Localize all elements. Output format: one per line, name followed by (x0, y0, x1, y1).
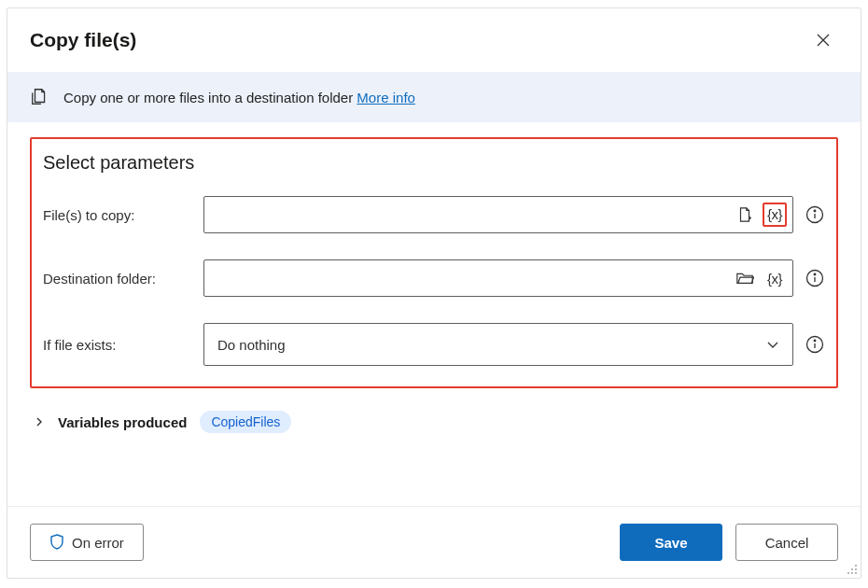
copy-files-icon (30, 87, 50, 107)
dialog-title: Copy file(s) (30, 29, 136, 51)
dialog-footer: On error Save Cancel (7, 506, 861, 578)
svg-point-7 (851, 572, 853, 574)
variables-produced-label: Variables produced (58, 414, 187, 430)
on-error-button[interactable]: On error (30, 524, 144, 561)
input-files-to-copy[interactable] (216, 207, 733, 223)
svg-point-6 (855, 572, 857, 574)
dialog-content: Select parameters File(s) to copy: {x} (7, 122, 861, 506)
save-button[interactable]: Save (620, 524, 722, 561)
field-files-to-copy[interactable]: {x} (203, 196, 793, 233)
cancel-button[interactable]: Cancel (735, 524, 838, 561)
folder-picker-icon (735, 270, 754, 287)
svg-point-3 (814, 273, 816, 275)
variables-produced-row[interactable]: Variables produced CopiedFiles (30, 405, 838, 433)
select-file-button[interactable] (733, 203, 757, 227)
info-icon (805, 205, 824, 224)
row-if-file-exists: If file exists: Do nothing (43, 323, 825, 366)
label-destination-folder: Destination folder: (43, 271, 203, 287)
select-parameters-section: Select parameters File(s) to copy: {x} (30, 137, 838, 388)
row-destination-folder: Destination folder: {x} (43, 259, 825, 297)
label-if-file-exists: If file exists: (43, 337, 203, 353)
label-files-to-copy: File(s) to copy: (43, 207, 203, 223)
info-icon (805, 335, 824, 354)
svg-point-9 (847, 572, 849, 574)
more-info-link[interactable]: More info (357, 90, 415, 105)
resize-grip-icon[interactable] (847, 564, 858, 575)
info-if-file-exists[interactable] (805, 334, 825, 355)
info-description: Copy one or more files into a destinatio… (63, 90, 353, 105)
shield-icon (49, 534, 64, 551)
row-files-to-copy: File(s) to copy: {x} (43, 196, 825, 233)
on-error-label: On error (72, 535, 124, 551)
svg-point-1 (814, 210, 816, 212)
close-icon (816, 33, 831, 48)
dialog-copy-files: Copy file(s) Copy one or more files into… (7, 7, 861, 579)
info-icon (805, 269, 824, 287)
info-bar: Copy one or more files into a destinatio… (7, 72, 861, 122)
svg-point-10 (851, 568, 853, 570)
info-text: Copy one or more files into a destinatio… (63, 90, 415, 105)
svg-point-5 (814, 340, 816, 342)
section-title: Select parameters (43, 152, 825, 174)
chevron-down-icon (766, 338, 779, 351)
insert-variable-button[interactable]: {x} (763, 203, 787, 227)
input-destination-folder[interactable] (216, 271, 733, 287)
save-label: Save (654, 535, 687, 551)
info-files-to-copy[interactable] (805, 204, 825, 225)
variable-pill-copiedfiles[interactable]: CopiedFiles (200, 411, 291, 433)
file-picker-icon (736, 206, 753, 223)
svg-point-11 (855, 565, 857, 567)
field-destination-folder[interactable]: {x} (203, 259, 793, 297)
insert-variable-button-dest[interactable]: {x} (763, 266, 787, 290)
svg-point-8 (855, 568, 857, 570)
select-value: Do nothing (217, 337, 286, 353)
dialog-header: Copy file(s) (7, 8, 861, 72)
select-folder-button[interactable] (733, 266, 757, 290)
chevron-right-icon (34, 416, 45, 427)
cancel-label: Cancel (765, 535, 809, 551)
close-button[interactable] (808, 25, 838, 55)
select-if-file-exists[interactable]: Do nothing (203, 323, 793, 366)
info-destination-folder[interactable] (805, 268, 825, 288)
